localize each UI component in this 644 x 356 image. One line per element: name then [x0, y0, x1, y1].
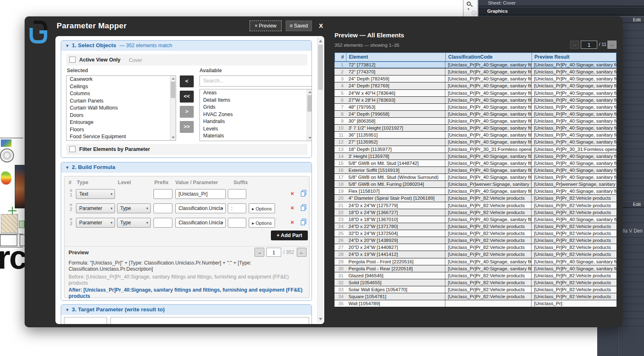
drag-handle-icon[interactable]: ≡2	[68, 203, 74, 212]
header-element[interactable]: Element	[346, 53, 446, 61]
header-preview-result[interactable]: Preview Result	[532, 53, 617, 61]
header-classificationcode[interactable]: ClassificationCode	[446, 53, 532, 61]
section3-header[interactable]: ▼3. Target Parameter (write result to)	[61, 305, 312, 315]
preview-page-input[interactable]: 1	[581, 41, 597, 49]
filter-by-parameter-checkbox[interactable]	[69, 146, 76, 152]
table-row[interactable]: 2624"D x 20"W [1438929][Uniclass_Pr]Pr_8…	[335, 237, 616, 244]
move-left-button[interactable]: <	[180, 75, 194, 87]
part-prefix-input[interactable]	[154, 218, 172, 228]
duplicate-part-icon[interactable]	[300, 204, 307, 213]
part-value-input[interactable]: [Uniclass_Pr]	[175, 189, 226, 199]
target-parameter-name-select[interactable]	[110, 317, 309, 324]
selected-categories-list[interactable]: CaseworkCeilingsColumnsCurtain PanelsCur…	[66, 75, 176, 141]
table-row[interactable]: 1136" [1135951][Uniclass_Pr]Pr_40:Signag…	[335, 132, 616, 139]
section1-header[interactable]: ▼1. Select Objects— 352 elements match	[61, 41, 312, 51]
move-all-right-button[interactable]: >>	[180, 121, 194, 133]
table-row[interactable]: 627"W x 28"H [783693][Uniclass_Pr]Pr_40:…	[335, 97, 616, 104]
saved-button[interactable]: ≡ Saved	[286, 21, 312, 31]
list-item-available-category[interactable]: Detail Items	[200, 97, 312, 104]
table-row[interactable]: 30Pergola Post - Rear [2220518][Uniclass…	[335, 265, 616, 272]
part-suffix-input[interactable]	[228, 218, 246, 228]
table-row[interactable]: 172" [773812][Uniclass_Pr]Pr_40:Signage,…	[335, 62, 616, 68]
part-options-button[interactable]: ▸ Options	[249, 218, 275, 228]
duplicate-part-icon[interactable]	[300, 190, 307, 199]
table-row[interactable]: 2824"D x 19"W [1441412][Uniclass_Pr]Pr_8…	[335, 251, 616, 258]
duplicate-part-icon[interactable]	[300, 219, 307, 227]
scroll-down-icon[interactable]	[319, 318, 322, 320]
table-row[interactable]: 2124"D x 24"W [1275779][Uniclass_Pr]Pr_8…	[335, 202, 616, 209]
table-row[interactable]: 2424"D x 22"W [1371780][Uniclass_Pr]Pr_8…	[335, 223, 616, 230]
list-item-selected-category[interactable]: Food Service Equipment	[66, 133, 176, 141]
table-row[interactable]: 185/8" GWB on Mtl. Furring [2080204][Uni…	[335, 181, 616, 188]
collapse-icon[interactable]: ▼	[65, 165, 69, 170]
list-item-available-category[interactable]: Materials	[200, 132, 312, 140]
part-type-select[interactable]: Parameter▾	[76, 218, 115, 228]
list-item-selected-category[interactable]: Curtain Wall Mullions	[66, 105, 176, 112]
table-row[interactable]: 930" [806358][Uniclass_Pr]Pr_40:Signage,…	[335, 118, 616, 125]
target-parameter-level-select[interactable]	[64, 317, 107, 324]
collapse-circle-icon[interactable]: −	[472, 11, 476, 15]
part-prefix-input[interactable]	[154, 189, 172, 199]
move-all-left-button[interactable]: <<	[180, 91, 194, 103]
part-parameter-select[interactable]: Classification.Unicla▾	[175, 203, 226, 213]
scroll-thumb[interactable]	[171, 82, 175, 98]
preview-prev-page-button[interactable]: →	[570, 41, 579, 49]
table-row[interactable]: 16Exterior Soffit [1516919][Uniclass_Pr]…	[335, 167, 616, 174]
table-row[interactable]: 1318" Depth [1135977][Uniclass_Pr]Pr_30_…	[335, 146, 616, 153]
list-item-selected-category[interactable]: Floors	[66, 126, 176, 134]
active-view-only-checkbox[interactable]	[69, 57, 76, 63]
list-item-selected-category[interactable]: Curtain Panels	[66, 98, 176, 105]
list-item-available-category[interactable]: HVAC Zones	[200, 111, 312, 119]
chevron-down-icon[interactable]: ▾	[468, 7, 470, 11]
delete-part-icon[interactable]: ×	[291, 205, 294, 211]
part-type-select[interactable]: Parameter▾	[76, 203, 115, 213]
table-row[interactable]: 2318"D x 18"W [1367010][Uniclass_Pr]Pr_4…	[335, 216, 616, 223]
list-item-available-category[interactable]: Handrails	[200, 118, 312, 126]
header-num[interactable]: #	[335, 53, 346, 61]
table-row[interactable]: 32Solid [1054655][Uniclass_Pr]Pr_82:Vehi…	[335, 279, 616, 286]
table-row[interactable]: 29Pergola Post - Front [2220516][Uniclas…	[335, 258, 616, 265]
drag-handle-icon[interactable]: ≡3	[68, 217, 74, 226]
scroll-thumb[interactable]	[307, 95, 312, 112]
table-row[interactable]: 748" [797953][Uniclass_Pr]Pr_40:Signage,…	[335, 104, 616, 111]
scroll-up-icon[interactable]	[319, 40, 322, 42]
list-item-selected-category[interactable]: Casework	[66, 76, 176, 83]
table-row[interactable]: 35Wall [1054789][Uniclass_Pr]:	[335, 300, 616, 307]
available-categories-list[interactable]: AreasDetail ItemsGridsHVAC ZonesHandrail…	[199, 89, 312, 141]
list-item-available-category[interactable]: Grids	[200, 104, 312, 111]
table-row[interactable]: 2532"D x 24"W [1372504][Uniclass_Pr]Pr_8…	[335, 230, 616, 237]
collapse-icon[interactable]: ▼	[65, 43, 69, 48]
scroll-thumb[interactable]	[318, 45, 323, 90]
table-row[interactable]: 103' 7 1/2" Height [1021927][Uniclass_Pr…	[335, 125, 616, 132]
table-row[interactable]: 824" Depth [799658][Uniclass_Pr]Pr_40:Si…	[335, 111, 616, 118]
list-item-available-category[interactable]: Areas	[200, 89, 312, 97]
preview-next-page-button[interactable]: ←	[607, 41, 616, 49]
formula-preview-next-button[interactable]: ←	[297, 248, 307, 257]
part-suffix-input[interactable]	[228, 189, 246, 199]
part-prefix-input[interactable]	[154, 203, 172, 213]
part-level-select[interactable]: Type▾	[117, 203, 151, 213]
add-part-button[interactable]: + Add Part	[271, 230, 308, 240]
table-row[interactable]: 34Square [1054781][Uniclass_Pr]Pr_82:Veh…	[335, 293, 616, 300]
list-item-selected-category[interactable]: Columns	[66, 90, 176, 98]
selected-list-scrollbar[interactable]	[170, 76, 176, 140]
part-suffix-input[interactable]: :	[228, 203, 246, 213]
drag-handle-icon[interactable]: ≡1	[68, 188, 74, 197]
table-row[interactable]: 175/8" GWB on Mtl. Stud (Window Surround…	[335, 174, 616, 181]
form-panel-scrollbar[interactable]	[317, 37, 323, 323]
table-row[interactable]: 204" Diameter (Spiral Stair Post) [12061…	[335, 195, 616, 202]
table-row[interactable]: 33Solar Wall Edges [1054770][Uniclass_Pr…	[335, 286, 616, 293]
table-row[interactable]: 143' Height [1135978][Uniclass_Pr]Pr_40:…	[335, 153, 616, 160]
part-level-select[interactable]: Type▾	[117, 218, 151, 228]
available-search-input[interactable]: Search...	[199, 75, 312, 87]
section2-header[interactable]: ▼2. Build Formula	[61, 162, 312, 173]
scroll-down-icon[interactable]	[308, 137, 312, 139]
table-row[interactable]: 524"W x 40"H [783646][Uniclass_Pr]Pr_40:…	[335, 90, 616, 97]
navigation-bar[interactable]: ▾ −	[463, 0, 478, 17]
preview-button[interactable]: × Preview	[250, 21, 282, 31]
table-row[interactable]: 272" [774370][Uniclass_Pr]Pr_40:Signage,…	[335, 68, 616, 75]
close-button[interactable]: X	[317, 21, 325, 31]
scroll-down-icon[interactable]	[172, 137, 175, 139]
scroll-up-icon[interactable]	[172, 78, 175, 80]
list-item-selected-category[interactable]: Ceilings	[66, 83, 176, 91]
